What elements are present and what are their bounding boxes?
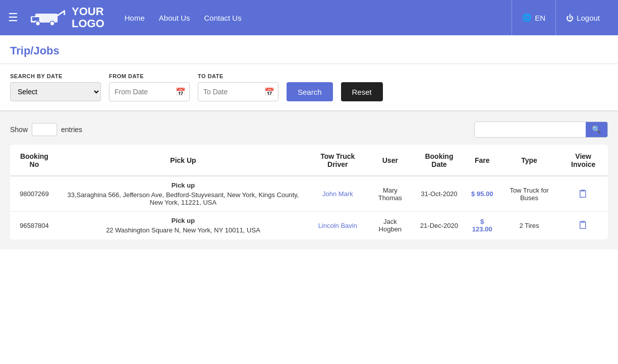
col-pickup: Pick Up [58,145,308,176]
data-table: Booking No Pick Up Tow Truck Driver User… [10,145,608,239]
col-booking-no: Booking No [11,145,58,176]
main-nav: Home About Us Contact Us [125,14,512,22]
svg-line-5 [58,11,64,16]
from-date-wrap: 📅 [109,82,190,101]
show-label: Show [10,126,28,134]
page-title: Trip/Jobs [10,44,608,57]
col-user: User [367,145,413,176]
fare-value: $ 123.00 [472,218,492,233]
cell-invoice: 🗒 [559,176,607,212]
pickup-header: Pick up [63,217,303,224]
date-select-label: SEARCH BY DATE [10,73,101,79]
page-content: Trip/Jobs SEARCH BY DATE Select FROM DAT… [0,35,618,364]
cell-fare: $ 123.00 [465,212,499,239]
from-date-label: FROM DATE [109,73,190,79]
svg-point-3 [36,21,40,26]
driver-name: Lincoln Bavin [318,222,357,229]
cell-user: Jack Hogben [367,212,413,239]
cell-type: Tow Truck for Buses [499,176,559,212]
cell-booking-date: 21-Dec-2020 [413,212,465,239]
show-entries: Show 10 entries [10,123,82,136]
from-date-field: FROM DATE 📅 [109,73,190,101]
search-button[interactable]: Search [287,82,333,101]
lang-label: EN [535,14,545,22]
logo-area: YOUR LOGO [26,6,104,30]
cell-pickup: Pick up 33,Saraghina 566, Jefferson Ave,… [58,176,308,212]
nav-home[interactable]: Home [125,14,145,22]
table-search-button[interactable]: 🔍 [586,122,607,137]
nav-about[interactable]: About Us [159,14,190,22]
cell-booking-date: 31-Oct-2020 [413,176,465,212]
table-search: 🔍 [474,122,608,138]
svg-point-4 [50,21,54,26]
date-select-field: SEARCH BY DATE Select [10,73,101,101]
to-date-label: TO DATE [198,73,278,79]
hamburger-icon[interactable]: ☰ [8,11,18,24]
col-fare: Fare [465,145,499,176]
table-header-row: Booking No Pick Up Tow Truck Driver User… [11,145,608,176]
from-date-input[interactable] [109,82,190,101]
power-icon: ⏻ [566,14,574,22]
cell-pickup: Pick up 22 Washington Square N, New York… [58,212,308,239]
cell-driver: Lincoln Bavin [308,212,367,239]
entries-label: entries [61,126,82,134]
cell-booking-no: 96587804 [11,212,58,239]
table-search-input[interactable] [475,123,586,137]
table-row: 96587804 Pick up 22 Washington Square N,… [11,212,608,239]
cell-driver: John Mark [308,176,367,212]
table-section: Show 10 entries 🔍 Booking No Pick Up Tow… [0,111,618,250]
language-selector[interactable]: 🌐 EN [512,0,555,35]
search-bar: SEARCH BY DATE Select FROM DATE 📅 TO DAT… [0,64,618,111]
pickup-address: 22 Washington Square N, New York, NY 100… [63,226,303,234]
cell-type: 2 Tires [499,212,559,239]
col-invoice: View Invoice [559,145,607,176]
nav-contact[interactable]: Contact Us [204,14,242,22]
cell-booking-no: 98007269 [11,176,58,212]
reset-button[interactable]: Reset [341,82,383,101]
pickup-header: Pick up [63,181,303,189]
driver-name: John Mark [322,190,353,198]
logout-button[interactable]: ⏻ Logout [555,0,610,35]
col-type: Type [499,145,559,176]
to-date-wrap: 📅 [198,82,278,101]
cell-user: Mary Thomas [367,176,413,212]
globe-icon: 🌐 [522,13,532,22]
page-header: Trip/Jobs [0,35,618,64]
navbar-right: 🌐 EN ⏻ Logout [512,0,610,35]
col-driver: Tow Truck Driver [308,145,367,176]
fare-value: $ 95.00 [471,190,493,198]
to-date-input[interactable] [198,82,278,101]
logo-icon [26,7,67,29]
cell-fare: $ 95.00 [465,176,499,212]
cell-invoice: 🗒 [559,212,607,239]
table-row: 98007269 Pick up 33,Saraghina 566, Jeffe… [11,176,608,212]
col-booking-date: Booking Date [413,145,465,176]
navbar: ☰ YOUR LOGO Home About Us Contact Us 🌐 E… [0,0,618,35]
invoice-icon[interactable]: 🗒 [578,188,589,200]
entries-input[interactable]: 10 [32,123,57,136]
to-date-field: TO DATE 📅 [198,73,278,101]
date-select[interactable]: Select [10,82,101,101]
logo-text: YOUR LOGO [72,6,104,30]
logout-label: Logout [577,14,600,22]
svg-rect-2 [32,17,39,21]
invoice-icon[interactable]: 🗒 [578,219,589,231]
pickup-address: 33,Saraghina 566, Jefferson Ave, Bedford… [63,191,303,206]
table-controls: Show 10 entries 🔍 [10,122,608,138]
